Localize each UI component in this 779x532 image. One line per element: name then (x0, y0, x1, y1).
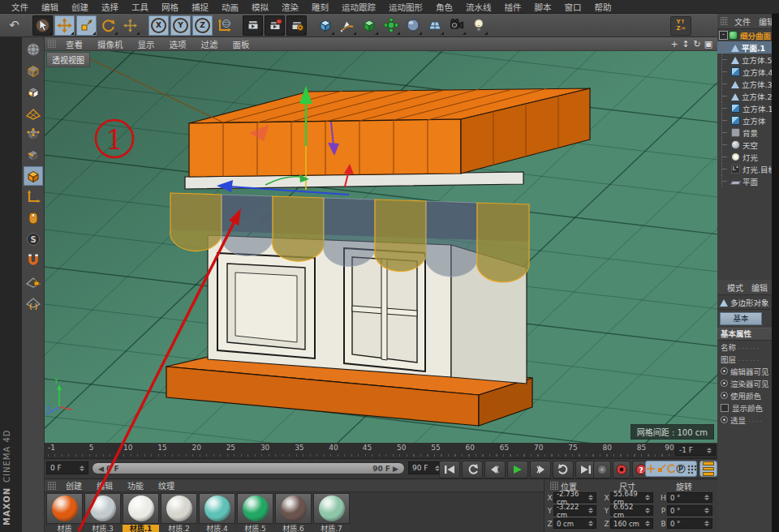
om-menu-file[interactable]: 文件 (730, 15, 755, 28)
material-item[interactable]: 材质.3 (84, 493, 121, 532)
edges-mode-button[interactable] (24, 145, 43, 165)
viewport-menu-options[interactable]: 选项 (162, 38, 194, 50)
lock-x-axis-button[interactable]: X (148, 15, 169, 36)
menu-motion-tracker[interactable]: 运动跟踪 (335, 1, 382, 13)
window-left[interactable] (217, 253, 315, 358)
move-tool[interactable] (54, 15, 75, 36)
play-backwards-button[interactable] (462, 461, 483, 478)
menu-edit[interactable]: 编辑 (35, 1, 65, 13)
add-cube-object-button[interactable] (315, 15, 335, 36)
points-mode-button[interactable] (24, 124, 43, 144)
attr-row-xray[interactable]: 透显.... (717, 414, 772, 426)
panel-grip[interactable] (550, 482, 558, 490)
position-y-field[interactable]: -3.222 cm (553, 505, 596, 516)
tree-item-cube2[interactable]: 立方体.2 (717, 90, 772, 102)
scale-tool[interactable] (76, 15, 97, 36)
menu-create[interactable]: 创建 (65, 1, 95, 13)
checkbox-icon[interactable] (721, 404, 729, 412)
workplane-mode-button[interactable] (24, 103, 43, 122)
add-deformer-button[interactable] (381, 15, 401, 36)
quantize-workplane-button[interactable]: ( ) (24, 293, 43, 312)
material-item[interactable]: 材质.7 (313, 493, 350, 532)
lock-workplane-button[interactable] (24, 272, 43, 291)
rotate-view-icon[interactable]: ↻ (691, 39, 703, 49)
model-mode-button[interactable] (24, 61, 43, 80)
material-menu-create[interactable]: 创建 (58, 479, 89, 491)
attr-menu-edit[interactable]: 编辑 (747, 281, 772, 294)
render-view-button[interactable] (243, 15, 263, 36)
tree-item-target-light[interactable]: L°灯光.目标 (717, 163, 772, 175)
make-editable-button[interactable] (24, 40, 43, 59)
viewport-menu-view[interactable]: 查看 (58, 38, 90, 50)
viewport-menu-display[interactable]: 显示 (131, 38, 162, 50)
menu-mesh[interactable]: 网格 (155, 1, 185, 13)
toggle-panel-icon[interactable]: ▣ (703, 39, 714, 49)
attr-row-visible-renderer[interactable]: 渲染器可见 (717, 377, 772, 389)
tree-item-cube[interactable]: 立方体 (717, 114, 772, 127)
rotation-p-field[interactable]: 0 ° (667, 505, 712, 516)
tree-item-subdivision-surface[interactable]: -细分曲面 (717, 29, 772, 41)
menu-script[interactable]: 脚本 (528, 1, 558, 13)
coordinate-system-button[interactable] (214, 15, 235, 36)
menu-plugins[interactable]: 插件 (498, 1, 528, 13)
panel-grip[interactable] (48, 40, 56, 48)
add-environment-button[interactable] (402, 15, 423, 36)
play-loop-button[interactable] (553, 461, 574, 478)
timeline-range-slider[interactable]: ◀ 0 F 90 F ▶ (92, 462, 405, 474)
tree-item-cube3[interactable]: 立方体.3 (717, 78, 772, 90)
material-menu-texture[interactable]: 纹理 (151, 479, 182, 491)
menu-render[interactable]: 渲染 (275, 1, 305, 13)
record-position-icon[interactable] (646, 464, 656, 474)
menu-animate[interactable]: 动画 (215, 1, 245, 13)
toggle-icon[interactable] (721, 380, 728, 387)
menu-help[interactable]: 帮助 (588, 1, 618, 13)
render-settings-button[interactable] (286, 15, 307, 36)
material-menu-edit[interactable]: 编辑 (89, 479, 120, 491)
add-spline-button[interactable] (337, 15, 357, 36)
attr-row-display-color[interactable]: 显示颜色 (717, 401, 772, 414)
material-item[interactable]: 材质.5 (237, 493, 273, 532)
render-to-picture-viewer-button[interactable] (265, 15, 285, 36)
snap-settings-button[interactable]: S (24, 230, 43, 249)
record-scale-icon[interactable] (656, 464, 666, 474)
spinner[interactable] (707, 448, 712, 453)
add-camera-button[interactable] (446, 15, 467, 36)
lock-z-axis-button[interactable]: Z (192, 15, 213, 36)
lock-y-axis-button[interactable]: Y (170, 15, 191, 36)
material-item[interactable]: 材质.2 (161, 493, 197, 532)
record-keyframe-button[interactable] (593, 461, 611, 478)
play-forwards-button[interactable] (507, 461, 528, 478)
texture-mode-button[interactable] (24, 82, 43, 101)
axis-mode-button[interactable] (24, 187, 43, 207)
tab-basic[interactable]: 基本 (720, 312, 762, 325)
timeline-offset-field[interactable]: -1 F (675, 444, 716, 456)
size-x-field[interactable]: 55.649 cm (610, 492, 653, 503)
attr-row-name[interactable]: 名称...... (717, 341, 772, 353)
panel-grip[interactable] (48, 482, 56, 490)
live-selection-tool[interactable] (32, 15, 53, 36)
rotation-b-field[interactable]: 0 ° (667, 518, 712, 529)
point-level-animation-icon[interactable] (686, 464, 696, 474)
add-light-button[interactable] (468, 15, 488, 36)
coordinate-swap-button[interactable]: Y↑Z→ (670, 16, 691, 36)
tree-item-plane[interactable]: 平面 (717, 175, 772, 187)
menu-tools[interactable]: 工具 (125, 1, 155, 13)
viewport-menu-filter[interactable]: 过滤 (194, 38, 226, 50)
expander-icon[interactable]: - (719, 31, 728, 40)
menu-file[interactable]: 文件 (5, 1, 35, 13)
tree-item-light[interactable]: 灯光 (717, 151, 772, 163)
size-y-field[interactable]: 6.652 cm (610, 505, 653, 516)
menu-sculpt[interactable]: 雕刻 (305, 1, 335, 13)
attr-menu-mode[interactable]: 模式 (723, 281, 747, 294)
current-frame-field[interactable]: 0 F (46, 461, 88, 474)
panel-grip[interactable] (721, 17, 728, 25)
next-key-button[interactable] (530, 461, 551, 478)
previous-key-button[interactable] (484, 461, 506, 478)
menu-simulate[interactable]: 模拟 (245, 1, 275, 13)
toggle-icon[interactable] (721, 367, 728, 375)
pan-view-icon[interactable]: + (669, 39, 680, 49)
polygons-mode-button[interactable] (24, 166, 43, 186)
tree-item-cube1[interactable]: 立方体.1 (717, 102, 772, 114)
menu-window[interactable]: 窗口 (558, 1, 588, 13)
size-z-field[interactable]: 160 cm (610, 518, 653, 529)
